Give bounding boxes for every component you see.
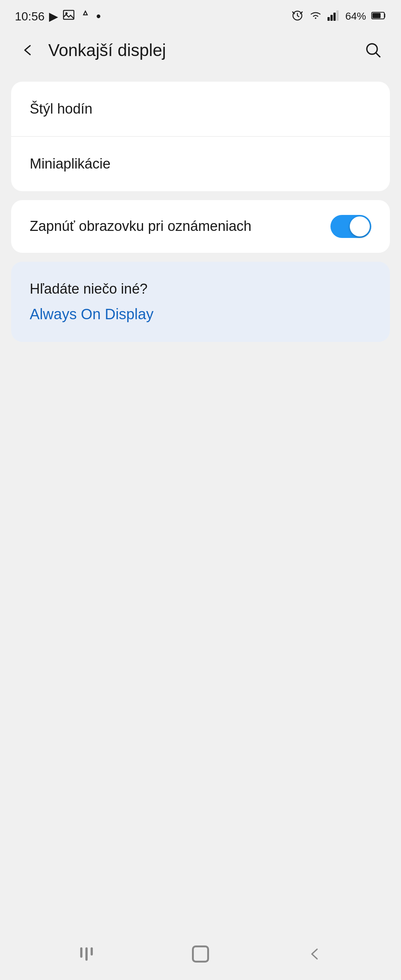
settings-group-2: Zapnúť obrazovku pri oznámeniach	[11, 200, 390, 253]
svg-rect-9	[372, 13, 380, 18]
clock-style-label: Štýl hodín	[30, 101, 92, 117]
toggle-container[interactable]	[331, 215, 371, 238]
toggle-knob	[350, 216, 370, 237]
cloud-icon	[79, 10, 92, 23]
svg-rect-6	[333, 13, 336, 21]
home-button[interactable]	[182, 939, 219, 969]
svg-rect-0	[64, 10, 74, 19]
video-icon: ▶	[49, 9, 58, 23]
svg-rect-4	[328, 17, 330, 21]
status-bar-right: 64%	[291, 9, 386, 24]
status-bar-left: 10:56 ▶ •	[15, 8, 101, 24]
wifi-icon	[309, 10, 322, 23]
search-button[interactable]	[360, 37, 386, 63]
svg-rect-7	[336, 10, 339, 21]
miniapps-item[interactable]: Miniaplikácie	[11, 137, 390, 191]
notification-dot: •	[96, 8, 101, 24]
back-nav-icon	[306, 945, 323, 963]
back-nav-button[interactable]	[296, 939, 333, 969]
screen-notifications-item[interactable]: Zapnúť obrazovku pri oznámeniach	[11, 200, 390, 253]
miniapps-label: Miniaplikácie	[30, 156, 111, 172]
bottom-nav	[0, 928, 401, 980]
home-icon	[192, 945, 209, 963]
svg-marker-2	[84, 11, 87, 15]
settings-group-1: Štýl hodín Miniaplikácie	[11, 82, 390, 191]
page-title: Vonkajší displej	[41, 40, 360, 60]
clock-style-item[interactable]: Štýl hodín	[11, 82, 390, 137]
always-on-display-link[interactable]: Always On Display	[30, 306, 371, 323]
battery-icon	[371, 10, 386, 23]
svg-point-1	[65, 12, 68, 14]
recent-apps-button[interactable]	[68, 939, 105, 969]
settings-content: Štýl hodín Miniaplikácie Zapnúť obrazovk…	[0, 70, 401, 928]
recent-apps-icon	[80, 947, 93, 961]
signal-icon	[328, 10, 340, 23]
status-bar: 10:56 ▶ •	[0, 0, 401, 30]
suggestion-title: Hľadáte niečo iné?	[30, 281, 371, 297]
screen-notifications-label: Zapnúť obrazovku pri oznámeniach	[30, 216, 251, 236]
screen-notifications-toggle[interactable]	[331, 215, 371, 238]
top-nav: Vonkajší displej	[0, 30, 401, 70]
back-button[interactable]	[15, 37, 41, 63]
alarm-icon	[291, 9, 304, 24]
svg-rect-5	[331, 15, 333, 21]
suggestion-card: Hľadáte niečo iné? Always On Display	[11, 262, 390, 342]
image-icon	[63, 9, 75, 24]
time-display: 10:56	[15, 10, 45, 23]
battery-percentage: 64%	[345, 10, 366, 22]
